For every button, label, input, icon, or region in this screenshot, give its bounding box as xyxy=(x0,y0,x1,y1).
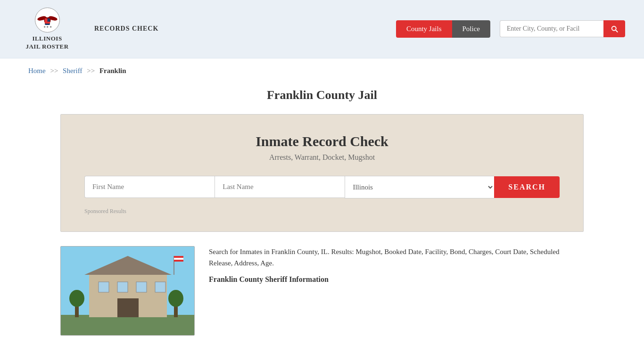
logo-text: ILLINOISJAIL ROSTER xyxy=(25,35,68,51)
svg-rect-10 xyxy=(61,315,195,336)
illinois-seal-icon: ★ ★ ★ xyxy=(34,7,60,33)
svg-rect-17 xyxy=(117,298,139,317)
police-button[interactable]: Police xyxy=(452,20,491,38)
inmate-search-panel: Inmate Record Check Arrests, Warrant, Do… xyxy=(60,114,584,232)
search-panel-subtitle: Arrests, Warrant, Docket, Mugshot xyxy=(84,153,560,162)
svg-text:★ ★ ★: ★ ★ ★ xyxy=(43,25,51,28)
svg-rect-15 xyxy=(136,282,147,292)
last-name-input[interactable] xyxy=(215,176,345,198)
svg-point-4 xyxy=(45,14,49,17)
breadcrumb-sep-1: >> xyxy=(50,67,58,74)
svg-rect-24 xyxy=(174,256,183,258)
site-logo[interactable]: ★ ★ ★ ILLINOISJAIL ROSTER xyxy=(19,7,75,51)
header-search-input[interactable] xyxy=(500,20,603,37)
first-name-input[interactable] xyxy=(84,176,215,198)
breadcrumb: Home >> Sheriff >> Franklin xyxy=(0,58,644,83)
header-search xyxy=(500,20,625,37)
search-icon xyxy=(610,25,619,33)
page-title: Franklin County Jail xyxy=(0,88,644,102)
svg-point-23 xyxy=(168,290,183,307)
breadcrumb-home[interactable]: Home xyxy=(28,67,46,74)
svg-rect-6 xyxy=(45,18,48,22)
sheriff-heading: Franklin County Sheriff Information xyxy=(209,273,584,286)
content-section: Search for Inmates in Franklin County, I… xyxy=(60,246,584,350)
state-select[interactable]: Illinois Alabama Alaska Arizona Arkansas… xyxy=(345,176,494,198)
building-illustration xyxy=(61,247,195,336)
breadcrumb-current: Franklin xyxy=(99,67,126,74)
svg-point-21 xyxy=(69,290,84,307)
county-jails-button[interactable]: County Jails xyxy=(396,20,452,38)
search-panel-title: Inmate Record Check xyxy=(84,133,560,149)
svg-rect-16 xyxy=(155,282,165,292)
breadcrumb-sep-2: >> xyxy=(87,67,95,74)
content-description: Search for Inmates in Franklin County, I… xyxy=(209,246,584,269)
site-header: ★ ★ ★ ILLINOISJAIL ROSTER RECORDS CHECK … xyxy=(0,0,644,58)
svg-rect-26 xyxy=(174,260,183,262)
header-search-button[interactable] xyxy=(603,20,625,37)
building-image xyxy=(60,246,195,336)
svg-rect-13 xyxy=(99,282,109,292)
svg-rect-25 xyxy=(174,258,183,260)
breadcrumb-sheriff[interactable]: Sheriff xyxy=(63,67,82,74)
svg-rect-7 xyxy=(45,22,50,24)
svg-rect-14 xyxy=(117,282,128,292)
nav-right: County Jails Police xyxy=(396,20,625,38)
records-check-link[interactable]: RECORDS CHECK xyxy=(94,25,158,33)
search-fields: Illinois Alabama Alaska Arizona Arkansas… xyxy=(84,176,560,198)
content-text: Search for Inmates in Franklin County, I… xyxy=(209,246,584,336)
sponsored-label: Sponsored Results xyxy=(84,208,560,215)
nav-buttons: County Jails Police xyxy=(396,20,490,38)
search-button[interactable]: SEARCH xyxy=(494,176,560,198)
